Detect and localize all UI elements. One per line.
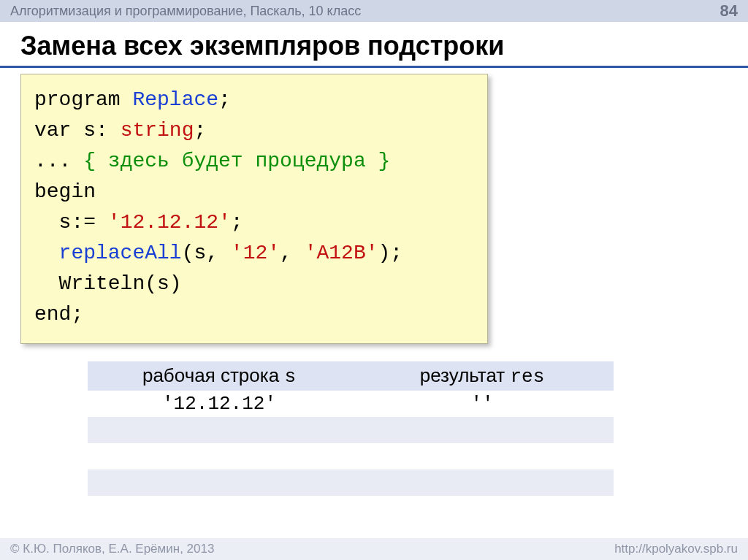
code-type: string: [121, 119, 194, 142]
code-line: Writeln(s): [34, 272, 182, 295]
code-punct: ;: [218, 88, 231, 111]
code-args: ,: [280, 242, 305, 264]
table-cell: [351, 417, 614, 443]
code-args: (s,: [182, 242, 231, 264]
code-line: ...: [34, 150, 83, 172]
table-cell: [351, 443, 614, 469]
code-string: '12': [231, 242, 280, 264]
code-call: replaceAll: [59, 242, 182, 264]
code-line: program: [34, 88, 132, 111]
footer-bar: © К.Ю. Поляков, Е.А. Ерёмин, 2013 http:/…: [0, 538, 748, 560]
header-code: res: [510, 366, 544, 388]
code-punct: ;: [194, 119, 206, 142]
footer-copyright: © К.Ю. Поляков, Е.А. Ерёмин, 2013: [10, 542, 214, 556]
code-line: end;: [34, 303, 83, 326]
table-cell: [351, 469, 614, 496]
table-cell: '': [351, 391, 614, 417]
table-row: [88, 469, 614, 496]
table-cell: [88, 443, 351, 469]
header-code: s: [284, 366, 296, 388]
result-table: рабочая строка s результат res '12.12.12…: [88, 361, 614, 496]
code-comment: { здесь будет процедура }: [83, 150, 390, 172]
code-punct: ;: [231, 211, 243, 234]
code-line: var s:: [34, 119, 121, 142]
breadcrumb: Алгоритмизация и программирование, Паска…: [10, 4, 361, 19]
table-cell: [88, 469, 351, 496]
table-row: [88, 417, 614, 443]
header-cell: результат res: [351, 361, 614, 391]
header-cell: рабочая строка s: [88, 361, 351, 391]
table-cell: '12.12.12': [88, 391, 351, 417]
code-args: );: [378, 242, 403, 264]
code-indent: [34, 242, 59, 264]
code-block: program Replace; var s: string; ... { зд…: [20, 74, 488, 344]
header-text: рабочая строка: [142, 364, 284, 386]
code-line: begin: [34, 180, 96, 203]
table-row: '12.12.12' '': [88, 391, 614, 417]
page-title: Замена всех экземпляров подстроки: [0, 22, 748, 68]
table-header: рабочая строка s результат res: [88, 361, 614, 391]
table-row: [88, 443, 614, 469]
header-bar: Алгоритмизация и программирование, Паска…: [0, 0, 748, 22]
code-ident: Replace: [132, 88, 218, 111]
header-text: результат: [420, 364, 511, 386]
code-line: s:=: [34, 211, 108, 234]
page-number: 84: [720, 1, 738, 20]
code-string: '12.12.12': [108, 211, 231, 234]
footer-url: http://kpolyakov.spb.ru: [614, 542, 738, 556]
code-string: 'A12B': [305, 242, 378, 264]
table-cell: [88, 417, 351, 443]
